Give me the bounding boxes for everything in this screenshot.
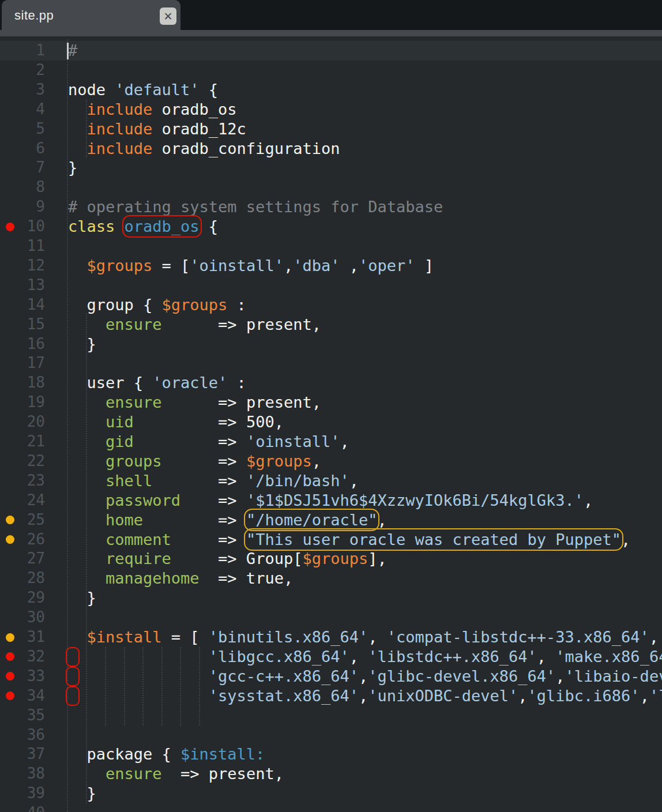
code-text[interactable]: include oradb_12c <box>68 119 246 139</box>
code-text[interactable]: groups => $groups, <box>68 452 321 471</box>
code-text[interactable]: $install = [ 'binutils.x86_64', 'compat-… <box>68 627 659 647</box>
line-number[interactable]: 29 <box>0 588 45 608</box>
line-number[interactable]: 20 <box>0 412 45 432</box>
code-line[interactable]: 37 package { $install: <box>0 745 662 764</box>
code-line[interactable]: 36 <box>0 725 662 745</box>
code-text[interactable]: managehome => true, <box>68 569 293 588</box>
line-number[interactable]: 35 <box>0 706 45 725</box>
code-line[interactable]: 40 <box>0 803 662 812</box>
line-number[interactable]: 14 <box>0 295 45 315</box>
line-number[interactable]: 11 <box>0 236 45 256</box>
code-text[interactable]: password => '$1$DSJ51vh6$4XzzwyIOk6Bi/54… <box>68 491 593 510</box>
code-text[interactable]: 'sysstat.x86_64','unixODBC-devel','glibc… <box>68 686 662 706</box>
line-number[interactable]: 21 <box>0 432 45 452</box>
code-line[interactable]: 21 gid => 'oinstall', <box>0 432 662 452</box>
code-line[interactable]: 16 } <box>0 334 662 354</box>
code-line[interactable]: 33 'gcc-c++.x86_64','glibc-devel.x86_64'… <box>0 667 662 686</box>
code-text[interactable]: ensure => present, <box>68 315 321 334</box>
code-line[interactable]: 14 group { $groups : <box>0 295 662 315</box>
code-text[interactable]: $groups = ['oinstall','dba' ,'oper' ] <box>68 256 434 276</box>
line-number[interactable]: 18 <box>0 373 45 393</box>
code-line[interactable]: 31 $install = [ 'binutils.x86_64', 'comp… <box>0 627 662 647</box>
code-text[interactable]: include oradb_os <box>68 100 237 119</box>
code-text[interactable]: node 'default' { <box>68 80 218 100</box>
code-line[interactable]: 29 } <box>0 588 662 608</box>
code-text[interactable]: } <box>68 588 96 608</box>
line-number[interactable]: 24 <box>0 491 45 510</box>
code-line[interactable]: 24 password => '$1$DSJ51vh6$4XzzwyIOk6Bi… <box>0 491 662 510</box>
code-line[interactable]: 20 uid => 500, <box>0 412 662 432</box>
code-line[interactable]: 18 user { 'oracle' : <box>0 373 662 393</box>
code-text[interactable]: } <box>68 334 96 354</box>
code-text[interactable]: 'gcc-c++.x86_64','glibc-devel.x86_64','l… <box>68 667 662 686</box>
code-line[interactable]: 39 } <box>0 784 662 803</box>
line-number[interactable]: 22 <box>0 452 45 471</box>
code-line[interactable]: 7} <box>0 158 662 178</box>
code-text[interactable]: # operating system settings for Database <box>68 197 443 217</box>
code-line[interactable]: 15 ensure => present, <box>0 315 662 334</box>
code-text[interactable]: 'libgcc.x86_64', 'libstdc++.x86_64', 'ma… <box>68 647 662 667</box>
line-number[interactable]: 19 <box>0 393 45 412</box>
code-text[interactable]: class oradb_os { <box>68 217 218 236</box>
code-text[interactable]: } <box>68 784 96 803</box>
line-number[interactable]: 37 <box>0 745 45 764</box>
line-number[interactable]: 6 <box>0 139 45 159</box>
line-number[interactable]: 2 <box>0 61 45 80</box>
code-line[interactable]: 27 require => Group[$groups], <box>0 549 662 569</box>
line-number[interactable]: 5 <box>0 119 45 139</box>
line-number[interactable]: 16 <box>0 334 45 354</box>
line-number[interactable]: 8 <box>0 178 45 197</box>
code-line[interactable]: 10class oradb_os { <box>0 217 662 236</box>
code-editor[interactable]: 1#23node 'default' {4 include oradb_os5 … <box>0 36 662 812</box>
line-number[interactable]: 15 <box>0 315 45 334</box>
code-text[interactable]: # <box>68 41 77 61</box>
code-line[interactable]: 22 groups => $groups, <box>0 452 662 471</box>
code-line[interactable]: 34 'sysstat.x86_64','unixODBC-devel','gl… <box>0 686 662 706</box>
code-line[interactable]: 25 home => "/home/oracle", <box>0 510 662 530</box>
code-text[interactable]: shell => '/bin/bash', <box>68 471 359 491</box>
code-line[interactable]: 38 ensure => present, <box>0 764 662 784</box>
code-line[interactable]: 32 'libgcc.x86_64', 'libstdc++.x86_64', … <box>0 647 662 667</box>
code-line[interactable]: 11 <box>0 236 662 256</box>
line-number[interactable]: 31 <box>0 627 45 647</box>
code-line[interactable]: 26 comment => "This user oracle was crea… <box>0 530 662 550</box>
line-number[interactable]: 38 <box>0 764 45 784</box>
code-text[interactable]: user { 'oracle' : <box>68 373 246 393</box>
line-number[interactable]: 30 <box>0 608 45 627</box>
code-text[interactable]: gid => 'oinstall', <box>68 432 349 452</box>
code-line[interactable]: 1# <box>0 41 662 61</box>
line-number[interactable]: 26 <box>0 530 45 550</box>
code-line[interactable]: 19 ensure => present, <box>0 393 662 412</box>
code-text[interactable]: group { $groups : <box>68 295 246 315</box>
line-number[interactable]: 28 <box>0 569 45 588</box>
code-line[interactable]: 28 managehome => true, <box>0 569 662 588</box>
line-number[interactable]: 10 <box>0 217 45 236</box>
line-number[interactable]: 33 <box>0 667 45 686</box>
code-text[interactable]: package { $install: <box>68 745 265 764</box>
code-line[interactable]: 6 include oradb_configuration <box>0 139 662 159</box>
code-line[interactable]: 12 $groups = ['oinstall','dba' ,'oper' ] <box>0 256 662 276</box>
line-number[interactable]: 1 <box>0 41 45 61</box>
line-number[interactable]: 17 <box>0 354 45 373</box>
code-line[interactable]: 30 <box>0 608 662 627</box>
code-line[interactable]: 35 <box>0 706 662 725</box>
line-number[interactable]: 7 <box>0 158 45 178</box>
code-line[interactable]: 3node 'default' { <box>0 80 662 100</box>
line-number[interactable]: 25 <box>0 510 45 530</box>
line-number[interactable]: 12 <box>0 256 45 276</box>
code-line[interactable]: 9# operating system settings for Databas… <box>0 197 662 217</box>
code-line[interactable]: 8 <box>0 178 662 197</box>
line-number[interactable]: 36 <box>0 725 45 745</box>
line-number[interactable]: 3 <box>0 80 45 100</box>
code-line[interactable]: 13 <box>0 276 662 295</box>
code-line[interactable]: 4 include oradb_os <box>0 100 662 119</box>
line-number[interactable]: 4 <box>0 100 45 119</box>
code-text[interactable]: home => "/home/oracle", <box>68 510 387 530</box>
line-number[interactable]: 23 <box>0 471 45 491</box>
code-line[interactable]: 5 include oradb_12c <box>0 119 662 139</box>
line-number[interactable]: 27 <box>0 549 45 569</box>
line-number[interactable]: 39 <box>0 784 45 803</box>
line-number[interactable]: 40 <box>0 803 45 812</box>
code-text[interactable]: uid => 500, <box>68 412 284 432</box>
line-number[interactable]: 34 <box>0 686 45 706</box>
